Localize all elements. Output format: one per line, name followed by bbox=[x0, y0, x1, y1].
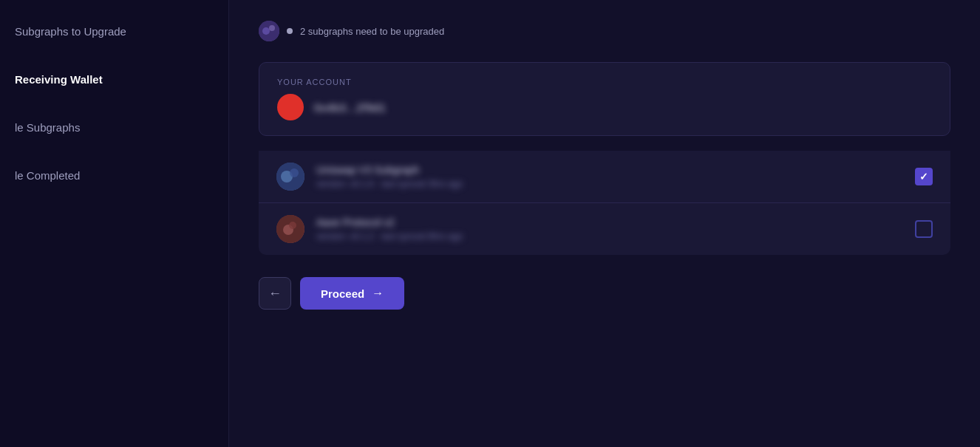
subgraph-item-2[interactable]: Aave Protocol v2 version: v0.1.2 · last … bbox=[259, 203, 950, 255]
notification-dot bbox=[287, 28, 293, 34]
back-arrow-icon: ← bbox=[268, 286, 282, 301]
subgraph-icon-2 bbox=[276, 215, 304, 243]
subgraph-item[interactable]: Uniswap V3 Subgraph version: v0.1.6 · la… bbox=[259, 151, 950, 203]
svg-point-1 bbox=[262, 27, 270, 35]
subgraph-title-2: Aave Protocol v2 bbox=[316, 216, 903, 228]
checkbox-2-container[interactable] bbox=[915, 220, 933, 238]
account-card: YOUR ACCOUNT 0x4b3...2f9d1 bbox=[259, 62, 950, 136]
proceed-label: Proceed bbox=[321, 287, 364, 300]
proceed-button[interactable]: Proceed → bbox=[300, 277, 404, 310]
action-bar: ← Proceed → bbox=[259, 277, 950, 310]
sidebar-item-subgraphs-to-upgrade[interactable]: Subgraphs to Upgrade bbox=[15, 22, 214, 41]
notification-text: 2 subgraphs need to be upgraded bbox=[300, 26, 444, 37]
subgraph-icon-1 bbox=[276, 163, 304, 191]
subgraph-info-1: Uniswap V3 Subgraph version: v0.1.6 · la… bbox=[316, 164, 903, 189]
svg-point-5 bbox=[290, 168, 299, 177]
account-avatar bbox=[277, 94, 304, 120]
checkbox-1[interactable] bbox=[915, 168, 933, 185]
subgraph-meta-1: version: v0.1.6 · last synced 3hrs ago bbox=[316, 179, 903, 189]
account-address: 0x4b3...2f9d1 bbox=[314, 101, 386, 114]
subgraph-list: Uniswap V3 Subgraph version: v0.1.6 · la… bbox=[259, 151, 950, 255]
back-button[interactable]: ← bbox=[259, 277, 291, 310]
main-content: 2 subgraphs need to be upgraded YOUR ACC… bbox=[229, 0, 980, 447]
account-info: 0x4b3...2f9d1 bbox=[277, 94, 932, 120]
svg-point-2 bbox=[269, 25, 275, 31]
account-label: YOUR ACCOUNT bbox=[277, 78, 932, 86]
subgraph-meta-2: version: v0.1.2 · last synced 8hrs ago bbox=[316, 231, 903, 242]
subgraph-info-2: Aave Protocol v2 version: v0.1.2 · last … bbox=[316, 216, 903, 242]
notification-bar: 2 subgraphs need to be upgraded bbox=[259, 15, 950, 47]
sidebar: Subgraphs to Upgrade Receiving Wallet le… bbox=[0, 0, 229, 447]
checkbox-1-container[interactable] bbox=[915, 168, 933, 185]
notification-avatar bbox=[259, 21, 279, 41]
svg-point-8 bbox=[289, 222, 296, 229]
sidebar-item-receiving-wallet[interactable]: Receiving Wallet bbox=[15, 70, 214, 89]
proceed-arrow-icon: → bbox=[372, 287, 384, 300]
sidebar-item-le-completed[interactable]: le Completed bbox=[15, 166, 214, 185]
checkbox-2[interactable] bbox=[915, 220, 933, 238]
subgraph-title-1: Uniswap V3 Subgraph bbox=[316, 164, 903, 176]
sidebar-item-le-subgraphs[interactable]: le Subgraphs bbox=[15, 118, 214, 137]
